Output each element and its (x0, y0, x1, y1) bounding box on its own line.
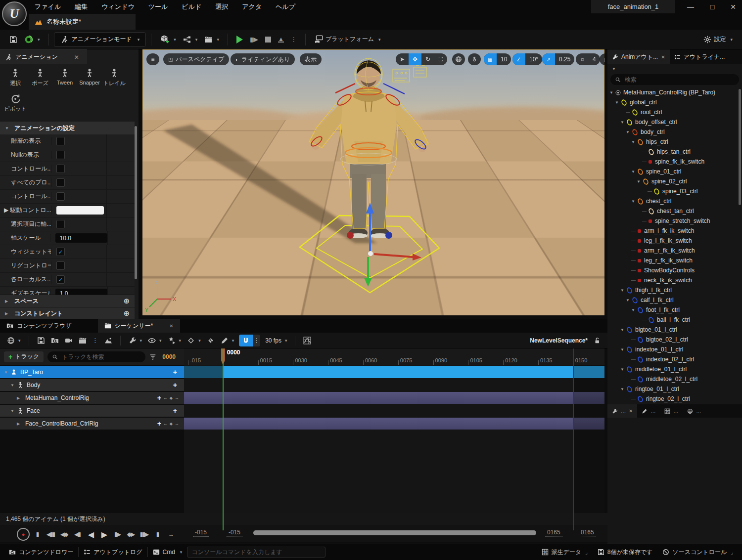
to-end-button[interactable]: ▮ (151, 529, 163, 540)
add-section-icon[interactable]: + (173, 381, 177, 389)
add-section-icon[interactable]: + (157, 420, 161, 428)
fps-dropdown[interactable]: 30 fps▾ (262, 334, 290, 347)
collapse-arrow-icon[interactable]: ▼ (626, 130, 631, 134)
close-icon[interactable]: ✕ (74, 54, 79, 61)
tree-item[interactable]: arm_r_fk_ik_switch (607, 246, 739, 256)
collapse-arrow-icon[interactable]: ▼ (631, 140, 637, 144)
tab-anim-outliner[interactable]: Animアウト... ✕ (607, 49, 670, 64)
section-spaces[interactable]: ▶ スペース ⊕ (0, 295, 135, 307)
checkbox[interactable] (56, 220, 65, 228)
checkbox[interactable] (56, 192, 65, 201)
tree-item[interactable]: indextoe_02_l_ctrl (607, 354, 739, 364)
collapse-arrow-icon[interactable]: ▼ (620, 347, 626, 352)
find-in-content-browser-button[interactable] (48, 334, 62, 347)
source-control-button[interactable]: ソースコントロール ⌟ (657, 544, 738, 560)
menu-item[interactable]: 選択 (208, 2, 235, 11)
tree-item[interactable]: ▼indextoe_01_l_ctrl (607, 345, 739, 354)
checkbox[interactable] (56, 275, 65, 284)
collapse-arrow-icon[interactable]: ▼ (631, 199, 637, 204)
angle-snap-control[interactable]: ∠ 10° (512, 53, 542, 65)
jump-back-button[interactable]: ◀▮▮ (45, 529, 56, 540)
view-options-dropdown[interactable]: ▾ (145, 334, 165, 347)
menu-item[interactable]: ウィンドウ (94, 2, 141, 11)
checkbox[interactable] (56, 261, 65, 270)
track-lane[interactable] (184, 405, 604, 417)
expand-arrow-icon[interactable]: ▶ (17, 422, 22, 426)
close-button[interactable]: ✕ (723, 0, 742, 13)
add-track-button[interactable]: + トラック (4, 351, 44, 362)
track-row[interactable]: ▼Face+ (0, 405, 184, 417)
derived-data-button[interactable]: 派生データ ⌟ (537, 544, 593, 560)
tree-item[interactable]: arm_l_fk_ik_switch (607, 226, 739, 236)
track-lane[interactable] (184, 366, 604, 378)
tree-item[interactable]: ▼ringtoe_01_l_ctrl (607, 384, 739, 394)
world-space-button[interactable] (452, 53, 465, 65)
outliner-search[interactable] (610, 74, 739, 85)
keyframe-nav[interactable]: ←◆→ (163, 421, 179, 426)
outliner-search-input[interactable] (624, 76, 735, 84)
tab-details[interactable]: ... (637, 404, 660, 418)
actions-dropdown[interactable]: ▾ (126, 334, 145, 347)
save-sequence-button[interactable] (34, 334, 48, 347)
render-still-button[interactable] (101, 334, 115, 347)
record-button[interactable]: ● (17, 528, 30, 541)
tab-sequencer[interactable]: シーケンサー* ✕ (98, 319, 180, 333)
lit-dropdown[interactable]: ◐ ライティングあり (231, 53, 295, 65)
add-section-icon[interactable]: + (173, 368, 177, 376)
play-button[interactable] (233, 33, 246, 46)
tree-item[interactable]: bigtoe_02_l_ctrl (607, 335, 739, 345)
stop-button[interactable] (262, 33, 275, 46)
tree-item[interactable]: ▼middletoe_01_l_ctrl (607, 364, 739, 374)
collapse-arrow-icon[interactable]: ▼ (10, 383, 16, 388)
menu-item[interactable]: ヘルプ (269, 2, 302, 11)
auto-key-button[interactable] (204, 334, 218, 347)
menu-item[interactable]: ツール (141, 2, 175, 11)
collapse-arrow-icon[interactable]: ▼ (620, 328, 626, 332)
output-log-button[interactable]: アウトプットログ (79, 544, 147, 560)
timeline-body[interactable] (184, 365, 604, 513)
tree-item[interactable]: ▼spine_01_ctrl (607, 167, 739, 176)
left-panel-scrollbar[interactable] (135, 126, 137, 279)
eject-button[interactable]: ▲ (275, 33, 287, 46)
playback-mode-button[interactable]: → (165, 529, 177, 540)
camera-speed-control[interactable]: ⌑ 4 (576, 53, 600, 65)
filter-collapse-icon[interactable]: ▼ (612, 67, 616, 71)
number-field[interactable]: 10.0 (55, 233, 107, 243)
tree-item[interactable]: ▼calf_l_fk_ctrl (607, 295, 739, 305)
maximize-button[interactable]: □ (702, 0, 722, 13)
grid-snap-control[interactable]: ▦ 10 (484, 53, 511, 65)
tree-item[interactable]: hips_tan_ctrl (607, 147, 739, 157)
tree-item[interactable]: ▼global_ctrl (607, 97, 739, 107)
view-range-end[interactable]: 0165 (545, 529, 562, 537)
close-icon[interactable]: ✕ (169, 323, 173, 329)
level-tab[interactable]: 名称未設定* (29, 14, 136, 30)
view-range-start[interactable]: -015 (227, 529, 242, 537)
prev-key-button[interactable]: ◀◆ (58, 529, 70, 540)
tree-item[interactable]: neck_fk_ik_switch (607, 275, 739, 285)
tree-item[interactable]: ▼body_ctrl (607, 127, 739, 137)
tree-item[interactable]: ▼bigtoe_01_l_ctrl (607, 325, 739, 335)
track-lane[interactable] (184, 379, 604, 391)
more-options-icon[interactable]: ⋮ (90, 334, 101, 347)
tree-scrollbar[interactable] (739, 89, 741, 205)
add-section-icon[interactable]: + (157, 394, 161, 402)
scale-snap-control[interactable]: ↗ 0.25 (542, 53, 574, 65)
show-dropdown[interactable]: 表示 (300, 53, 322, 65)
settings-dropdown[interactable]: 設定▾ (700, 33, 736, 46)
close-icon[interactable]: ✕ (661, 54, 665, 60)
frame-skip-button[interactable]: ▮▶ (246, 33, 262, 46)
add-space-icon[interactable]: ⊕ (123, 297, 130, 305)
save-button[interactable] (6, 33, 21, 46)
tree-item[interactable]: root_ctrl (607, 107, 739, 117)
track-lane[interactable] (184, 392, 604, 404)
expand-arrow-icon[interactable]: ▶ (17, 396, 22, 400)
add-constraint-icon[interactable]: ⊕ (123, 309, 130, 318)
section-constraints[interactable]: ▶ コンストレイント ⊕ (0, 307, 135, 319)
tab-content-browser[interactable]: コンテンツブラウザ (0, 319, 78, 333)
world-dropdown[interactable]: ▾ (4, 334, 24, 347)
platforms-dropdown[interactable]: プラットフォーム▾ (311, 33, 384, 46)
select-tool-button[interactable]: ➤ (396, 53, 409, 65)
track-search[interactable] (47, 351, 145, 362)
menu-item[interactable]: ファイル (28, 2, 68, 11)
snap-toggle[interactable]: ⋮ (239, 335, 260, 346)
